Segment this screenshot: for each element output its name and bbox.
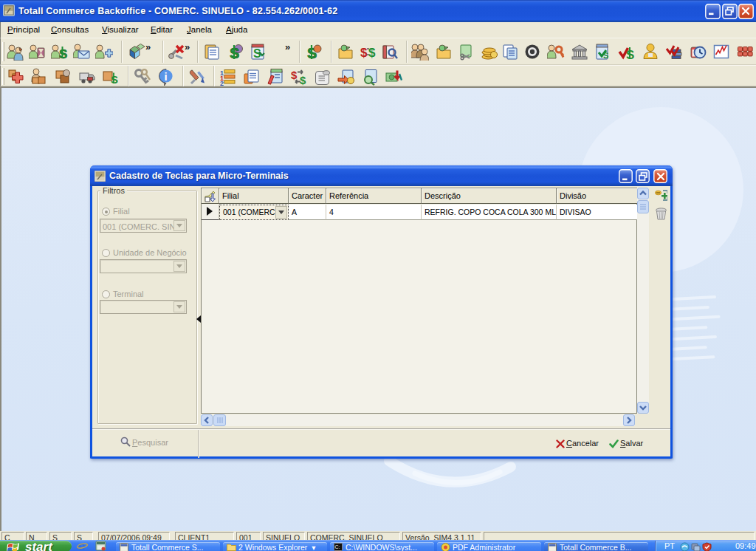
svg-text:$: $ [291,69,298,81]
svg-text:i: i [165,70,168,83]
svg-text:S: S [111,73,118,86]
svg-text:S: S [603,51,608,60]
svg-text:S: S [59,47,67,61]
svg-text:$: $ [300,74,306,86]
svg-text:e: e [78,541,85,551]
svg-text:C:: C: [335,544,340,550]
svg-text:$: $ [360,46,368,60]
svg-text:$: $ [368,46,376,60]
svg-text:2: 2 [220,80,224,86]
